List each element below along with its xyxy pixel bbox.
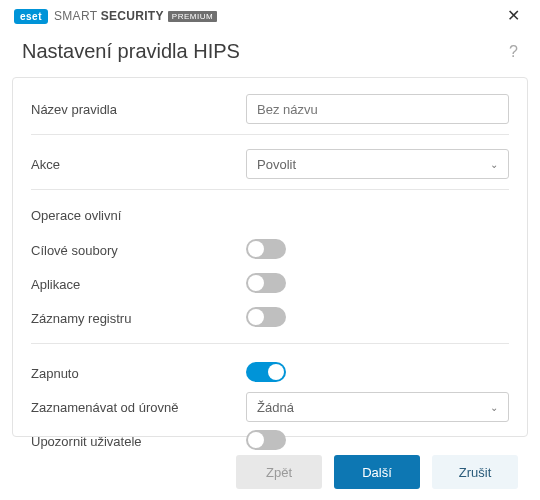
target-files-toggle[interactable]: [246, 239, 286, 259]
action-select-value: Povolit: [257, 157, 296, 172]
divider: [31, 189, 509, 190]
registry-label: Záznamy registru: [31, 311, 246, 326]
enabled-toggle[interactable]: [246, 362, 286, 382]
notify-label: Upozornit uživatele: [31, 434, 246, 449]
log-level-label: Zaznamenávat od úrovně: [31, 400, 246, 415]
enabled-label: Zapnuto: [31, 366, 246, 381]
brand-badge: eset: [14, 9, 48, 24]
back-button: Zpět: [236, 455, 322, 489]
applications-label: Aplikace: [31, 277, 246, 292]
operations-section-label: Operace ovlivní: [31, 202, 509, 233]
row-rule-name: Název pravidla: [31, 92, 509, 126]
help-icon[interactable]: ?: [509, 43, 518, 61]
row-applications: Aplikace: [31, 267, 509, 301]
close-icon[interactable]: ✕: [501, 6, 526, 26]
notify-toggle[interactable]: [246, 430, 286, 450]
row-action: Akce Povolit ⌄: [31, 147, 509, 181]
page-title: Nastavení pravidla HIPS: [22, 40, 509, 63]
log-level-select-value: Žádná: [257, 400, 294, 415]
chevron-down-icon: ⌄: [490, 402, 498, 413]
chevron-down-icon: ⌄: [490, 159, 498, 170]
brand-name-bold: SECURITY: [101, 9, 164, 23]
rule-name-label: Název pravidla: [31, 102, 246, 117]
cancel-button[interactable]: Zrušit: [432, 455, 518, 489]
action-label: Akce: [31, 157, 246, 172]
row-log-level: Zaznamenávat od úrovně Žádná ⌄: [31, 390, 509, 424]
brand-edition: PREMIUM: [168, 11, 217, 22]
brand-name-light: SMART: [54, 9, 97, 23]
applications-toggle[interactable]: [246, 273, 286, 293]
dialog-header: Nastavení pravidla HIPS ?: [0, 30, 540, 77]
rule-name-input[interactable]: [246, 94, 509, 124]
brand-name: SMART SECURITY: [54, 9, 164, 23]
row-target-files: Cílové soubory: [31, 233, 509, 267]
next-button[interactable]: Další: [334, 455, 420, 489]
registry-toggle[interactable]: [246, 307, 286, 327]
settings-panel: Název pravidla Akce Povolit ⌄ Operace ov…: [12, 77, 528, 437]
log-level-select[interactable]: Žádná ⌄: [246, 392, 509, 422]
divider: [31, 343, 509, 344]
divider: [31, 134, 509, 135]
row-registry: Záznamy registru: [31, 301, 509, 335]
target-files-label: Cílové soubory: [31, 243, 246, 258]
action-select[interactable]: Povolit ⌄: [246, 149, 509, 179]
row-enabled: Zapnuto: [31, 356, 509, 390]
titlebar: eset SMART SECURITY PREMIUM ✕: [0, 0, 540, 30]
